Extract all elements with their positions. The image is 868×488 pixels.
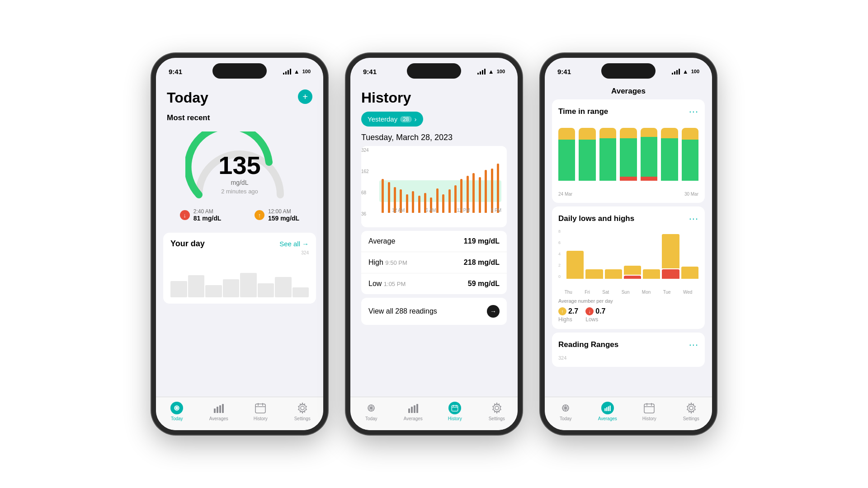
add-button[interactable]: + <box>298 89 312 104</box>
chart-bar <box>188 275 205 298</box>
chart-area: 12 AM 6 AM 12 PM 6 PM <box>379 151 501 213</box>
tab-settings-3[interactable]: Settings <box>670 402 712 421</box>
stat-low-info: Low 1:05 PM <box>368 280 406 288</box>
tir-bar-3 <box>599 122 616 181</box>
dlh-x-labels: Thu Fri Sat Sun Mon Tue Wed <box>558 290 698 295</box>
history-tab-icon <box>254 402 267 414</box>
low-time: 2:40 AM <box>193 208 221 215</box>
phone-history: 9:41 ▲ 100 History Yesterday <box>346 53 522 435</box>
dlh-sun <box>624 229 641 279</box>
tir-bar-7 <box>682 122 698 181</box>
low-arrow-icon: ↓ <box>180 210 190 220</box>
tab-history-label-3: History <box>642 416 656 421</box>
high-value: 159 mg/dL <box>268 215 299 222</box>
svg-point-41 <box>689 406 693 410</box>
tir-more-icon[interactable]: ··· <box>689 106 698 117</box>
stat-high-label: High <box>368 258 385 266</box>
bar-group <box>477 151 482 213</box>
tab-averages[interactable]: Averages <box>198 402 240 421</box>
today-tab-icon-3 <box>559 402 572 414</box>
bar-group <box>459 151 464 213</box>
tab-history-3[interactable]: History <box>628 402 670 421</box>
stat-average: Average 119 mg/dL <box>361 231 507 252</box>
date-badge-label: Yesterday <box>368 115 397 123</box>
chart-bar <box>258 283 274 298</box>
battery-text-2: 100 <box>497 69 505 74</box>
rr-y-label: 324 <box>558 355 698 361</box>
tab-today-3[interactable]: Today <box>545 402 587 421</box>
see-all-button[interactable]: See all → <box>279 240 309 248</box>
tab-today[interactable]: Today <box>156 402 198 421</box>
tab-history[interactable]: History <box>240 402 282 421</box>
averages-header: Averages <box>545 82 712 96</box>
tab-settings[interactable]: Settings <box>282 402 324 421</box>
tab-bar-1: Today Averages History <box>156 397 323 430</box>
svg-rect-7 <box>219 405 221 413</box>
lows-legend-top: ↓ 0.7 <box>585 307 605 315</box>
stat-average-label: Average <box>368 237 395 245</box>
gear-icon-3 <box>685 402 697 414</box>
tab-averages-3[interactable]: Averages <box>587 402 629 421</box>
tab-averages-2[interactable]: Averages <box>392 402 434 421</box>
y-label-162: 162 <box>361 169 369 174</box>
tab-history-2[interactable]: History <box>434 402 476 421</box>
chevron-right-icon-2: › <box>415 115 417 123</box>
today-title: Today <box>167 89 208 106</box>
tab-today-2[interactable]: Today <box>350 402 392 421</box>
phone2-content: History Yesterday 28 › Tuesday, March 28… <box>350 82 518 397</box>
bar-group <box>465 151 470 213</box>
low-value: 81 mg/dL <box>193 215 221 222</box>
dlh-title: Daily lows and highs <box>558 214 634 223</box>
svg-rect-8 <box>222 404 224 413</box>
svg-rect-33 <box>604 408 605 411</box>
rr-more-icon[interactable]: ··· <box>689 339 698 351</box>
svg-rect-21 <box>414 405 415 413</box>
tir-bar-1 <box>558 122 575 181</box>
tab-history-label-2: History <box>448 416 462 421</box>
high-time: 12:00 AM <box>268 208 299 215</box>
most-recent-label: Most recent <box>156 106 323 122</box>
history-date: Tuesday, March 28, 2023 <box>350 127 518 142</box>
stat-low-time: 1:05 PM <box>384 281 406 287</box>
lows-label: Lows <box>585 316 598 323</box>
tab-today-label-2: Today <box>365 416 377 421</box>
volume-up-button-3 <box>540 130 541 157</box>
glucose-unit: mg/dL <box>218 179 260 186</box>
y-label-68: 68 <box>361 190 369 195</box>
bar-group <box>392 151 397 213</box>
tab-settings-2[interactable]: Settings <box>476 402 518 421</box>
y-label-36: 36 <box>361 211 369 216</box>
bar-group <box>471 151 476 213</box>
mute-button-2 <box>346 103 347 121</box>
chart-bar <box>170 281 187 297</box>
dlh-mon <box>643 229 660 279</box>
status-icons-3: ▲ 100 <box>672 68 699 75</box>
dlh-more-icon[interactable]: ··· <box>689 213 698 225</box>
view-all-button[interactable]: View all 288 readings → <box>361 298 507 325</box>
history-header: History Yesterday 28 › <box>350 82 518 127</box>
highs-up-icon: ↑ <box>558 307 566 315</box>
avg-per-day-label: Average number per day <box>558 298 698 304</box>
chart-icon <box>213 402 225 414</box>
averages-tab-icon <box>212 402 225 414</box>
bar-group <box>405 151 410 213</box>
tir-end-date: 30 Mar <box>684 192 698 197</box>
wifi-icon-3: ▲ <box>683 68 689 75</box>
wifi-icon: ▲ <box>294 68 300 75</box>
tab-bar-3: Today Averages History <box>545 397 712 430</box>
bg-chart: 324 162 68 36 <box>361 146 507 227</box>
high-arrow-icon: ↑ <box>255 210 264 220</box>
mute-button <box>151 103 152 121</box>
chart-icon-2 <box>407 402 419 414</box>
stat-high: High 9:50 PM 218 mg/dL <box>361 252 507 273</box>
bar-group <box>386 151 391 213</box>
time-in-range-card: Time in range ··· <box>552 99 705 203</box>
date-badge[interactable]: Yesterday 28 › <box>361 112 423 127</box>
snowflake-icon-2 <box>365 402 377 414</box>
lows-legend: ↓ 0.7 Lows <box>585 307 605 323</box>
dynamic-island-2 <box>407 63 461 79</box>
view-all-arrow-icon: → <box>487 305 500 318</box>
averages-title: Averages <box>611 87 646 95</box>
glucose-gauge: 135 mg/dL 2 minutes ago <box>156 122 323 208</box>
volume-up-button <box>151 130 152 157</box>
